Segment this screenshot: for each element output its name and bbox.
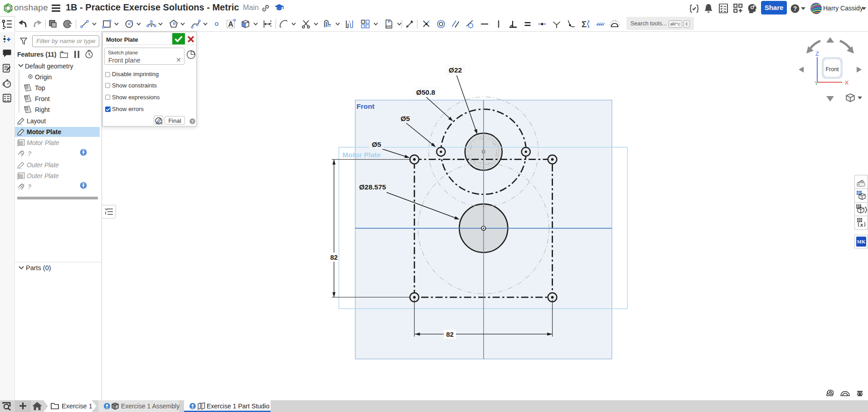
svg-text:X: X <box>845 79 849 86</box>
svg-text:Front: Front <box>357 102 375 110</box>
svg-text:Motor Plate: Motor Plate <box>343 151 381 159</box>
svg-text:Z: Z <box>815 50 819 57</box>
svg-text:82: 82 <box>330 253 338 261</box>
svg-text:Y: Y <box>815 80 818 87</box>
svg-text:?: ? <box>793 5 797 12</box>
svg-text:Ø22: Ø22 <box>449 66 462 74</box>
svg-text:Σ: Σ <box>582 19 587 29</box>
svg-text:Ø50.8: Ø50.8 <box>416 88 436 96</box>
svg-text:A: A <box>228 20 233 28</box>
svg-text:Ø28.575: Ø28.575 <box>359 183 386 191</box>
svg-text:82: 82 <box>446 330 454 338</box>
svg-text:DXF: DXF <box>386 25 392 28</box>
svg-text:Front: Front <box>825 66 839 73</box>
svg-text:Ø5: Ø5 <box>401 115 410 122</box>
svg-text:Ø5: Ø5 <box>372 141 381 148</box>
svg-text:x: x <box>860 221 863 228</box>
svg-text:?: ? <box>191 119 194 124</box>
